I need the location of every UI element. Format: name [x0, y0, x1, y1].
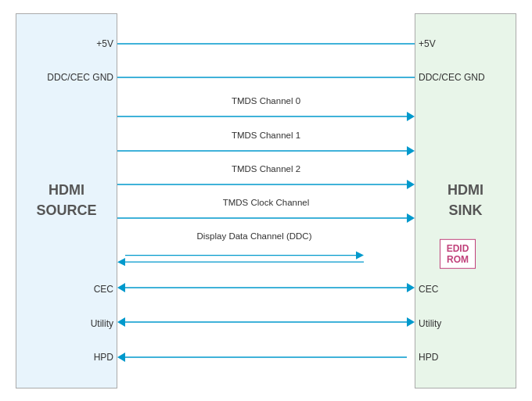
svg-marker-16 — [407, 283, 415, 292]
edid-line2: ROM — [447, 254, 469, 265]
svg-marker-11 — [356, 252, 364, 260]
tmds1-label: TMDS Channel 1 — [117, 131, 415, 140]
row-ddc-cec-gnd: DDC/CEC GND DDC/CEC GND — [117, 61, 415, 94]
left-ddc-cec-gnd-label: DDC/CEC GND — [27, 72, 113, 83]
sink-title: HDMI SINK — [448, 181, 483, 220]
tmds-clock-label: TMDS Clock Channel — [117, 198, 415, 207]
tmds-clock-arrow — [117, 209, 415, 227]
row-ddc: Display Data Channel (DDC) EDID ROM — [117, 230, 415, 272]
svg-marker-13 — [117, 258, 125, 266]
svg-marker-5 — [407, 146, 415, 156]
row-tmds0: TMDS Channel 0 — [117, 95, 415, 127]
right-hpd-label: HPD — [419, 352, 505, 363]
svg-marker-9 — [407, 213, 415, 223]
tmds0-arrow — [117, 107, 415, 126]
row-utility: Utility Utility — [117, 307, 415, 340]
svg-marker-15 — [117, 283, 125, 292]
edid-rom-box: EDID ROM — [440, 239, 476, 269]
tmds2-label: TMDS Channel 2 — [117, 164, 415, 174]
right-plus5v-label: +5V — [419, 38, 505, 49]
tmds1-arrow — [117, 141, 415, 160]
edid-line1: EDID — [447, 243, 469, 254]
utility-arrow — [117, 314, 415, 333]
right-ddc-cec-gnd-label: DDC/CEC GND — [419, 72, 505, 83]
hdmi-source-block: HDMI SOURCE — [16, 13, 117, 388]
row-tmds-clock: TMDS Clock Channel — [117, 196, 415, 229]
hdmi-sink-block: HDMI SINK — [415, 13, 516, 388]
row-plus5v: +5V +5V — [117, 27, 415, 60]
source-title: HDMI SOURCE — [36, 181, 96, 220]
row-tmds1: TMDS Channel 1 — [117, 129, 415, 162]
row-cec: CEC CEC — [117, 273, 415, 306]
right-cec-label: CEC — [419, 284, 505, 295]
row-hpd: HPD HPD — [117, 341, 415, 374]
middle-connections: +5V +5V DDC/CEC GND DDC/CEC GND TMDS Cha… — [117, 13, 415, 388]
left-hpd-label: HPD — [27, 352, 113, 363]
hpd-arrow — [117, 348, 415, 367]
svg-marker-18 — [117, 317, 125, 327]
left-cec-label: CEC — [27, 284, 113, 295]
svg-marker-7 — [407, 180, 415, 189]
tmds2-arrow — [117, 175, 415, 194]
plus5v-line — [117, 34, 415, 53]
right-utility-label: Utility — [419, 318, 505, 329]
tmds0-label: TMDS Channel 0 — [117, 96, 415, 106]
row-tmds2: TMDS Channel 2 — [117, 163, 415, 195]
svg-marker-3 — [407, 112, 415, 121]
ddc-cec-gnd-line — [117, 68, 415, 87]
svg-marker-19 — [407, 317, 415, 327]
left-utility-label: Utility — [27, 318, 113, 329]
cec-arrow — [117, 280, 415, 299]
diagram: HDMI SOURCE +5V +5V DDC/CEC GND DDC/CEC … — [16, 13, 516, 388]
ddc-label: Display Data Channel (DDC) — [117, 231, 391, 241]
left-plus5v-label: +5V — [27, 38, 113, 49]
ddc-arrow — [117, 249, 415, 267]
svg-marker-21 — [117, 353, 125, 362]
